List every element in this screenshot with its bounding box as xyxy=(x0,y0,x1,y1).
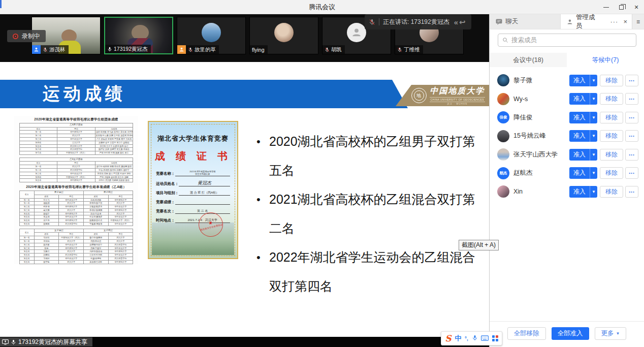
tab-chat-label: 聊天 xyxy=(505,17,518,26)
admit-button[interactable]: 准入▼ xyxy=(569,75,597,86)
achievement-bullets: 2020湖北省高校杯的乙组男子双打第五名 2021湖北省高校杯的乙组混合双打第二… xyxy=(255,127,482,301)
remove-button[interactable]: 移除 xyxy=(600,93,623,105)
panel-more-icon[interactable]: ··· xyxy=(610,18,618,25)
ime-punctuation-toggle[interactable]: °, xyxy=(465,336,468,341)
panel-close-icon[interactable]: × xyxy=(623,18,627,25)
minimize-button[interactable] xyxy=(598,0,614,14)
remove-button[interactable]: 移除 xyxy=(600,112,623,123)
shared-screen-slide: 运动成绩 地 中国地质大学 CHINA UNIVERSITY OF GEOSCI… xyxy=(0,62,489,337)
remove-button[interactable]: 移除 xyxy=(600,186,623,198)
university-name-cn: 中国地质大学 xyxy=(430,86,485,97)
ime-voice-icon[interactable] xyxy=(472,334,478,343)
ime-toolbar: S 中 °, xyxy=(441,331,502,345)
mic-muted-icon xyxy=(369,19,375,25)
close-icon: × xyxy=(634,4,638,11)
mic-muted-icon xyxy=(397,47,402,52)
more-actions-button[interactable]: ••• xyxy=(625,130,638,142)
more-actions-button[interactable]: ••• xyxy=(625,112,638,123)
more-actions-button[interactable]: ••• xyxy=(625,167,638,179)
bullet-item: 2021湖北省高校杯的乙组混合双打第二名 xyxy=(255,185,482,243)
member-list-tabs: 会议中(18) 等候中(7) xyxy=(490,53,644,67)
avatar xyxy=(497,130,509,142)
restore-icon xyxy=(619,5,624,10)
scroll-left-icon[interactable]: « xyxy=(454,18,458,26)
remove-button[interactable]: 移除 xyxy=(600,130,623,142)
sidebar-header: 聊天 管理成员 ··· × ≡ xyxy=(490,14,644,29)
participant-name: 胡凯 xyxy=(331,46,342,53)
recording-dot-icon xyxy=(13,34,18,39)
sidebar-panel: 聊天 管理成员 ··· × ≡ 会议中(18) 等候中(7) 黎子 xyxy=(489,14,644,347)
member-name: 15号姚云峰 xyxy=(513,132,569,140)
admit-button[interactable]: 准入▼ xyxy=(569,93,597,105)
more-actions-button[interactable]: ••• xyxy=(625,75,638,86)
mic-muted-icon xyxy=(43,47,48,52)
speaking-label: 正在讲话: 173192黄冠杰 xyxy=(383,18,449,26)
member-row: Xin 准入▼ 移除 ••• xyxy=(490,182,644,201)
close-button[interactable]: × xyxy=(629,0,644,14)
ime-toolbox-icon[interactable] xyxy=(492,335,498,341)
chevron-down-icon: ▼ xyxy=(590,93,597,105)
person-icon xyxy=(34,47,39,52)
window-controls: × xyxy=(598,0,644,14)
chevron-down-icon: ▼ xyxy=(590,112,597,123)
certificate-fields: 竞赛名称：2021年湖北省普通高等学校 学生羽毛球比赛运动员姓名：黄冠杰项目与组… xyxy=(152,170,234,223)
avatar xyxy=(202,23,221,42)
more-button[interactable]: 更多▼ xyxy=(595,327,627,340)
member-name: Wy-s xyxy=(513,96,569,103)
tab-in-meeting[interactable]: 会议中(18) xyxy=(490,53,567,67)
admit-button[interactable]: 准入▼ xyxy=(569,167,597,179)
search-icon xyxy=(502,37,508,43)
member-row: 15号姚云峰 准入▼ 移除 ••• xyxy=(490,127,644,146)
screen-share-label: 173192黄冠杰的屏幕共享 xyxy=(18,338,87,346)
ime-language-toggle[interactable]: 中 xyxy=(455,334,461,343)
divider xyxy=(379,18,379,25)
bullet-item: 2020湖北省高校杯的乙组男子双打第五名 xyxy=(255,127,482,185)
tab-manage-members[interactable]: 管理成员 xyxy=(561,14,610,29)
tab-waiting[interactable]: 等候中(7) xyxy=(567,53,644,67)
ime-keyboard-icon[interactable] xyxy=(481,334,489,343)
host-badge-icon xyxy=(177,45,186,54)
avatar xyxy=(497,185,509,198)
search-input[interactable] xyxy=(511,37,632,44)
certificate-header: 湖北省大学生体育竞赛 xyxy=(152,134,234,143)
more-actions-button[interactable]: ••• xyxy=(625,149,638,161)
admit-button[interactable]: 准入▼ xyxy=(569,149,597,161)
admit-all-button[interactable]: 全部准入 xyxy=(552,327,589,340)
participant-name: flying xyxy=(252,47,265,53)
panel-menu-icon[interactable]: ≡ xyxy=(632,14,644,29)
remove-button[interactable]: 移除 xyxy=(600,75,623,86)
admit-button[interactable]: 准入▼ xyxy=(569,112,597,123)
remove-button[interactable]: 移除 xyxy=(600,149,623,161)
restore-button[interactable] xyxy=(614,0,629,14)
window-title: 腾讯会议 xyxy=(0,0,644,14)
chevron-down-icon: ▼ xyxy=(590,186,597,198)
results-scan-image: 2020年湖北省普通高等学校羽毛球比赛学生组团体成绩乙A男子团体名次单位运动员第… xyxy=(14,116,138,264)
admit-button[interactable]: 准入▼ xyxy=(569,186,597,198)
more-actions-button[interactable]: ••• xyxy=(625,93,638,105)
window-titlebar: 腾讯会议 × xyxy=(0,0,644,14)
avatar xyxy=(497,148,509,161)
person-icon xyxy=(179,47,184,52)
remove-all-button[interactable]: 全部移除 xyxy=(507,327,546,340)
participant-name: 故里的草 xyxy=(195,46,216,53)
more-actions-button[interactable]: ••• xyxy=(625,186,638,198)
video-tile-huangguanjie[interactable]: 173192黄冠杰 xyxy=(104,17,173,54)
reply-arrow-icon[interactable]: ↩ xyxy=(459,18,466,26)
speaking-banner: 正在讲话: 173192黄冠杰 « ↩ xyxy=(365,14,471,29)
recording-label: 录制中 xyxy=(22,32,40,41)
sogou-logo-icon[interactable]: S xyxy=(445,333,451,343)
sidebar-footer: 全部移除 全部准入 更多▼ xyxy=(490,327,644,340)
university-campus: 武汉 · WUHAN xyxy=(447,103,467,105)
video-tile-flying[interactable]: flying xyxy=(249,17,318,54)
university-name-en: CHINA UNIVERSITY OF GEOSCIENCES xyxy=(430,97,485,102)
mic-on-icon xyxy=(107,47,112,52)
mic-muted-icon xyxy=(188,47,193,52)
member-search-box[interactable] xyxy=(498,34,636,47)
tab-members-label: 管理成员 xyxy=(576,13,601,30)
admit-button[interactable]: 准入▼ xyxy=(569,130,597,142)
person-icon xyxy=(567,19,573,25)
video-tile-guli[interactable]: 故里的草 xyxy=(177,17,246,54)
recording-indicator[interactable]: 录制中 xyxy=(7,30,46,42)
tab-chat[interactable]: 聊天 xyxy=(490,14,561,29)
remove-button[interactable]: 移除 xyxy=(600,167,623,179)
